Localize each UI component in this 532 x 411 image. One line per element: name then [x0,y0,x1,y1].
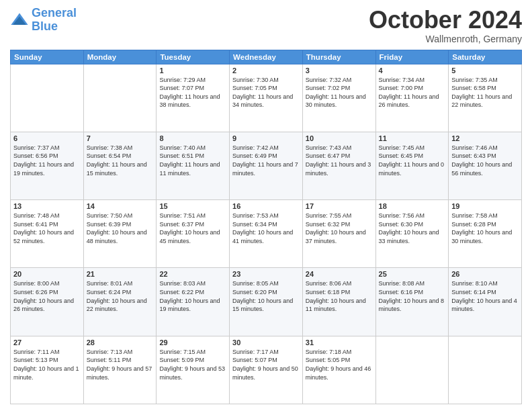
day-info: Sunrise: 7:40 AM Sunset: 6:51 PM Dayligh… [159,144,226,177]
calendar-body: 1Sunrise: 7:29 AM Sunset: 7:07 PM Daylig… [11,64,522,404]
calendar-week-row: 6Sunrise: 7:37 AM Sunset: 6:56 PM Daylig… [11,132,522,199]
day-number: 16 [232,202,300,210]
day-number: 24 [306,270,373,278]
calendar-cell: 25Sunrise: 8:08 AM Sunset: 6:16 PM Dayli… [375,268,449,336]
calendar-cell: 6Sunrise: 7:37 AM Sunset: 6:56 PM Daylig… [11,132,84,199]
day-number: 6 [13,134,81,142]
day-info: Sunrise: 7:29 AM Sunset: 7:07 PM Dayligh… [159,76,226,109]
day-info: Sunrise: 8:08 AM Sunset: 6:16 PM Dayligh… [379,279,446,313]
day-info: Sunrise: 8:06 AM Sunset: 6:18 PM Dayligh… [306,279,373,313]
day-number: 28 [87,338,154,347]
day-info: Sunrise: 7:53 AM Sunset: 6:34 PM Dayligh… [232,212,300,245]
calendar-cell: 3Sunrise: 7:32 AM Sunset: 7:02 PM Daylig… [302,64,375,132]
weekday-header-cell: Wednesday [230,50,303,64]
day-info: Sunrise: 7:13 AM Sunset: 5:11 PM Dayligh… [87,348,154,381]
day-number: 11 [379,134,446,142]
day-number: 3 [306,66,373,75]
day-number: 12 [451,134,519,142]
calendar-cell: 17Sunrise: 7:55 AM Sunset: 6:32 PM Dayli… [302,200,375,268]
day-info: Sunrise: 7:15 AM Sunset: 5:09 PM Dayligh… [159,348,226,381]
title-block: October 2024 Wallmenroth, Germany [369,7,522,44]
calendar-cell: 30Sunrise: 7:17 AM Sunset: 5:07 PM Dayli… [230,336,303,404]
day-number: 7 [87,134,154,142]
day-number: 25 [379,270,446,278]
day-number: 27 [13,338,81,347]
calendar: SundayMondayTuesdayWednesdayThursdayFrid… [10,50,522,404]
calendar-cell: 19Sunrise: 7:58 AM Sunset: 6:28 PM Dayli… [449,200,522,268]
calendar-cell: 23Sunrise: 8:05 AM Sunset: 6:20 PM Dayli… [230,268,303,336]
day-info: Sunrise: 8:03 AM Sunset: 6:22 PM Dayligh… [159,279,226,313]
calendar-cell: 31Sunrise: 7:18 AM Sunset: 5:05 PM Dayli… [302,336,375,404]
day-info: Sunrise: 7:58 AM Sunset: 6:28 PM Dayligh… [451,212,519,245]
calendar-cell: 7Sunrise: 7:38 AM Sunset: 6:54 PM Daylig… [83,132,157,199]
month-title: October 2024 [369,7,522,34]
day-number: 31 [306,338,373,347]
day-number: 10 [306,134,373,142]
day-number: 14 [87,202,154,210]
calendar-cell: 20Sunrise: 8:00 AM Sunset: 6:26 PM Dayli… [11,268,84,336]
day-info: Sunrise: 7:34 AM Sunset: 7:00 PM Dayligh… [379,76,446,109]
day-number: 20 [13,270,81,278]
calendar-cell: 2Sunrise: 7:30 AM Sunset: 7:05 PM Daylig… [230,64,303,132]
day-number: 17 [306,202,373,210]
calendar-cell: 9Sunrise: 7:42 AM Sunset: 6:49 PM Daylig… [230,132,303,199]
day-info: Sunrise: 7:18 AM Sunset: 5:05 PM Dayligh… [306,348,373,381]
day-info: Sunrise: 7:55 AM Sunset: 6:32 PM Dayligh… [306,212,373,245]
calendar-week-row: 1Sunrise: 7:29 AM Sunset: 7:07 PM Daylig… [11,64,522,132]
logo-icon [10,11,29,30]
page: General Blue October 2024 Wallmenroth, G… [0,0,532,411]
calendar-cell: 13Sunrise: 7:48 AM Sunset: 6:41 PM Dayli… [11,200,84,268]
day-number: 4 [379,66,446,75]
calendar-cell: 29Sunrise: 7:15 AM Sunset: 5:09 PM Dayli… [157,336,230,404]
calendar-cell: 28Sunrise: 7:13 AM Sunset: 5:11 PM Dayli… [83,336,157,404]
day-info: Sunrise: 7:17 AM Sunset: 5:07 PM Dayligh… [232,348,300,381]
day-number: 5 [451,66,519,75]
calendar-week-row: 20Sunrise: 8:00 AM Sunset: 6:26 PM Dayli… [11,268,522,336]
day-info: Sunrise: 7:35 AM Sunset: 6:58 PM Dayligh… [451,76,519,109]
weekday-header-cell: Saturday [449,50,522,64]
logo: General Blue [10,7,77,34]
day-info: Sunrise: 8:01 AM Sunset: 6:24 PM Dayligh… [87,279,154,313]
day-info: Sunrise: 7:43 AM Sunset: 6:47 PM Dayligh… [306,144,373,177]
day-info: Sunrise: 7:50 AM Sunset: 6:39 PM Dayligh… [87,212,154,245]
calendar-cell: 8Sunrise: 7:40 AM Sunset: 6:51 PM Daylig… [157,132,230,199]
day-number: 2 [232,66,300,75]
day-info: Sunrise: 7:11 AM Sunset: 5:13 PM Dayligh… [13,348,81,381]
day-info: Sunrise: 7:30 AM Sunset: 7:05 PM Dayligh… [232,76,300,109]
weekday-header-cell: Monday [83,50,157,64]
calendar-cell: 11Sunrise: 7:45 AM Sunset: 6:45 PM Dayli… [375,132,449,199]
calendar-cell [449,336,522,404]
day-number: 30 [232,338,300,347]
calendar-cell: 26Sunrise: 8:10 AM Sunset: 6:14 PM Dayli… [449,268,522,336]
day-number: 23 [232,270,300,278]
calendar-cell: 15Sunrise: 7:51 AM Sunset: 6:37 PM Dayli… [157,200,230,268]
day-info: Sunrise: 8:10 AM Sunset: 6:14 PM Dayligh… [451,279,519,313]
day-info: Sunrise: 8:00 AM Sunset: 6:26 PM Dayligh… [13,279,81,313]
day-info: Sunrise: 8:05 AM Sunset: 6:20 PM Dayligh… [232,279,300,313]
logo-text: General Blue [32,7,77,34]
calendar-week-row: 13Sunrise: 7:48 AM Sunset: 6:41 PM Dayli… [11,200,522,268]
calendar-cell: 1Sunrise: 7:29 AM Sunset: 7:07 PM Daylig… [157,64,230,132]
day-number: 21 [87,270,154,278]
location: Wallmenroth, Germany [369,34,522,44]
calendar-cell: 12Sunrise: 7:46 AM Sunset: 6:43 PM Dayli… [449,132,522,199]
weekday-header-cell: Sunday [11,50,84,64]
calendar-cell [375,336,449,404]
calendar-cell: 10Sunrise: 7:43 AM Sunset: 6:47 PM Dayli… [302,132,375,199]
day-info: Sunrise: 7:56 AM Sunset: 6:30 PM Dayligh… [379,212,446,245]
calendar-cell: 24Sunrise: 8:06 AM Sunset: 6:18 PM Dayli… [302,268,375,336]
day-number: 9 [232,134,300,142]
weekday-header-cell: Tuesday [157,50,230,64]
day-number: 19 [451,202,519,210]
calendar-cell: 16Sunrise: 7:53 AM Sunset: 6:34 PM Dayli… [230,200,303,268]
day-number: 18 [379,202,446,210]
calendar-week-row: 27Sunrise: 7:11 AM Sunset: 5:13 PM Dayli… [11,336,522,404]
weekday-header-row: SundayMondayTuesdayWednesdayThursdayFrid… [11,50,522,64]
calendar-cell: 18Sunrise: 7:56 AM Sunset: 6:30 PM Dayli… [375,200,449,268]
day-info: Sunrise: 7:32 AM Sunset: 7:02 PM Dayligh… [306,76,373,109]
day-number: 1 [159,66,226,75]
calendar-cell [11,64,84,132]
day-number: 22 [159,270,226,278]
logo-line2: Blue [32,19,58,33]
day-info: Sunrise: 7:45 AM Sunset: 6:45 PM Dayligh… [379,144,446,177]
